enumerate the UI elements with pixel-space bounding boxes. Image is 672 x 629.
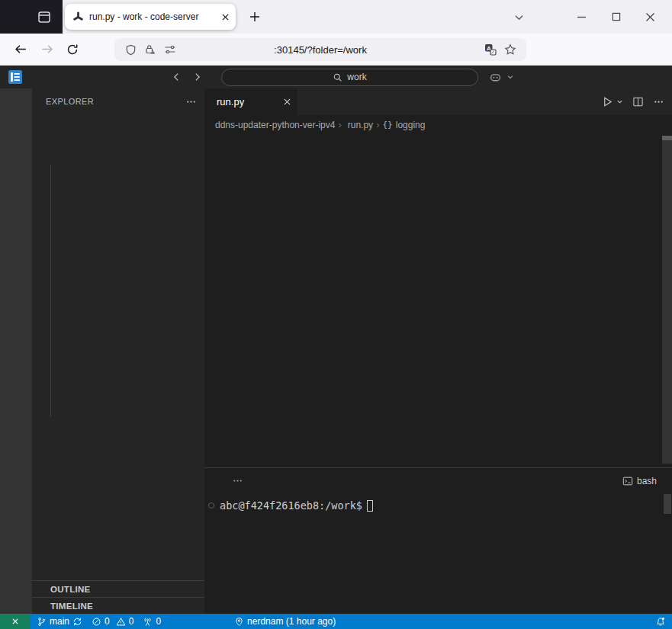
window-close-icon[interactable]	[633, 0, 667, 34]
bookmark-star-icon[interactable]	[500, 40, 520, 59]
status-bar: main 0 0 0	[0, 614, 672, 629]
split-editor-icon[interactable]	[632, 96, 644, 108]
chevron-right-icon: ›	[338, 119, 341, 130]
terminal-cursor	[367, 500, 373, 512]
permissions-icon[interactable]	[160, 40, 180, 59]
timeline-section[interactable]: TIMELINE	[32, 597, 204, 614]
sidebar-title: EXPLORER	[46, 97, 185, 106]
panel-actions: bash	[622, 476, 666, 486]
reload-icon[interactable]	[61, 38, 84, 61]
editor-tab-runpy[interactable]: run.py	[204, 88, 297, 115]
sync-icon	[72, 617, 82, 627]
editor-tab-close-icon[interactable]	[283, 98, 291, 106]
code-editor[interactable]	[204, 134, 672, 467]
browser-corner	[0, 0, 63, 34]
breadcrumb-folder[interactable]: ddns-updater-python-ver-ipv4	[215, 120, 335, 130]
explorer-actions-icon[interactable]	[185, 96, 197, 108]
file-tree	[32, 114, 204, 580]
browser-tab[interactable]: run.py - work - code-server	[65, 4, 236, 30]
panel-scrollbar[interactable]	[664, 494, 671, 514]
terminal-command-decoration	[208, 502, 214, 509]
back-arrow-icon[interactable]	[9, 38, 32, 61]
code-server-logo	[8, 70, 22, 84]
outline-section[interactable]: OUTLINE	[32, 580, 204, 597]
panel-more-icon[interactable]	[232, 475, 243, 486]
copilot-icon[interactable]	[489, 71, 502, 84]
command-center[interactable]: work	[221, 69, 478, 86]
radio-tower-icon	[143, 617, 153, 627]
terminal-icon	[622, 476, 633, 486]
shell-selector[interactable]: bash	[622, 476, 657, 486]
run-chevron-down-icon[interactable]	[616, 98, 623, 105]
vscode-window: work EXPLORER	[0, 66, 672, 629]
url-bar[interactable]: :30145/?folder=/work A	[114, 38, 526, 61]
notifications-bell[interactable]	[649, 614, 672, 629]
breadcrumb-symbol[interactable]: logging	[396, 120, 426, 130]
new-tab-button[interactable]	[246, 8, 264, 26]
maximize-icon[interactable]	[599, 0, 633, 34]
error-icon	[92, 617, 101, 627]
code-server-favicon	[72, 11, 84, 23]
activity-bar	[0, 88, 32, 614]
status-bar-right	[649, 614, 672, 629]
git-blame-status[interactable]: nerdnam (1 hour ago)	[230, 614, 340, 629]
forward-arrow-icon[interactable]	[35, 38, 58, 61]
translate-icon[interactable]: A	[481, 40, 500, 59]
shield-icon[interactable]	[121, 40, 140, 59]
remote-icon	[10, 616, 21, 627]
breadcrumbs: ddns-updater-python-ver-ipv4 › run.py › …	[204, 115, 672, 134]
firefox-view-icon[interactable]	[37, 9, 52, 24]
minimize-icon[interactable]	[564, 0, 599, 34]
vscode-titlebar: work	[0, 66, 672, 88]
search-icon	[333, 72, 342, 82]
bell-icon	[655, 616, 666, 627]
terminal[interactable]: abc@f424f2616eb8:/work$	[204, 493, 672, 614]
editor-scrollbar[interactable]	[662, 136, 672, 464]
editor-group: run.py	[204, 88, 672, 614]
editor-more-actions-icon[interactable]	[653, 96, 664, 108]
browser-nav-bar: :30145/?folder=/work A	[0, 34, 672, 66]
nav-forward-icon[interactable]	[189, 69, 206, 85]
bottom-panel: bash abc@f424f2616eb8:/work$	[204, 467, 672, 614]
blame-pin-icon	[234, 617, 244, 627]
indent-guide	[50, 165, 51, 416]
list-tabs-icon[interactable]	[510, 8, 528, 26]
run-button[interactable]	[602, 96, 613, 108]
command-center-value: work	[347, 72, 366, 82]
editor-tab-label: run.py	[217, 96, 278, 108]
terminal-prompt: abc@f424f2616eb8:/work$	[220, 499, 362, 512]
lock-warning-icon[interactable]	[140, 40, 160, 59]
copilot-chevron-down-icon[interactable]	[506, 73, 514, 81]
problems-status[interactable]: 0 0	[87, 614, 138, 629]
browser-tab-title: run.py - work - code-server	[89, 11, 216, 22]
sidebar-header: EXPLORER	[32, 88, 204, 114]
warning-icon	[116, 617, 126, 627]
nav-back-icon[interactable]	[168, 69, 185, 85]
window-controls	[564, 0, 667, 34]
git-branch-status[interactable]: main	[32, 614, 87, 629]
panel-header: bash	[204, 468, 672, 493]
tab-close-icon[interactable]	[221, 13, 230, 21]
browser-tab-strip: run.py - work - code-server	[0, 0, 672, 34]
chevron-right-icon: ›	[376, 119, 379, 130]
editor-tabbar: run.py	[204, 88, 672, 115]
branch-icon	[37, 617, 47, 627]
breadcrumb-file[interactable]: run.py	[348, 120, 373, 130]
screen: run.py - work - code-server	[0, 0, 672, 629]
symbol-braces-icon: {}	[382, 120, 392, 130]
explorer-sidebar: EXPLORER OUTLINE TIMELINE	[32, 88, 204, 614]
remote-indicator[interactable]	[0, 614, 31, 629]
ports-status[interactable]: 0	[138, 614, 166, 629]
